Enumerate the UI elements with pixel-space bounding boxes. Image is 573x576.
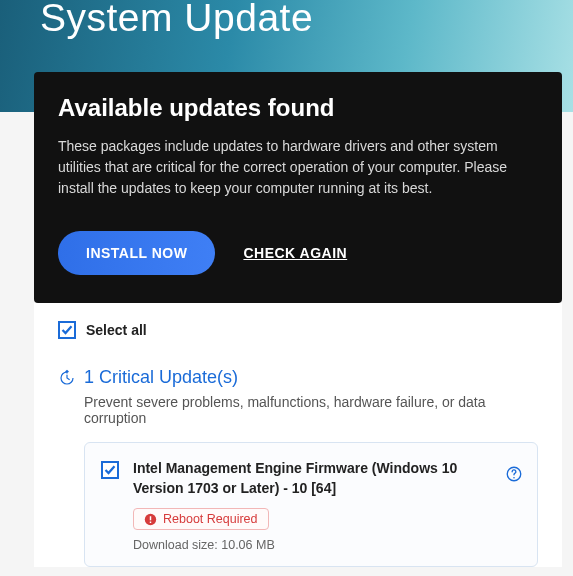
install-now-button[interactable]: INSTALL NOW [58,231,215,275]
svg-rect-1 [150,516,151,520]
alert-icon [144,513,157,526]
check-icon [104,464,116,476]
select-all-row: Select all [58,321,538,339]
card-actions: INSTALL NOW CHECK AGAIN [58,231,538,275]
svg-rect-2 [150,521,151,522]
download-size-label: Download size: 10.06 MB [133,538,521,552]
check-again-link[interactable]: CHECK AGAIN [243,245,347,261]
update-item-body: Intel Management Engine Firmware (Window… [133,459,521,552]
critical-section-title: 1 Critical Update(s) [84,367,238,388]
select-all-label: Select all [86,322,147,338]
updates-list: Select all 1 Critical Update(s) Prevent … [34,303,562,567]
update-item-title: Intel Management Engine Firmware (Window… [133,459,521,498]
critical-section-description: Prevent severe problems, malfunctions, h… [84,394,538,426]
update-item-checkbox[interactable] [101,461,119,479]
select-all-checkbox[interactable] [58,321,76,339]
updates-card: Available updates found These packages i… [34,72,562,303]
refresh-clock-icon [58,369,76,387]
card-title: Available updates found [58,94,538,122]
update-item: Intel Management Engine Firmware (Window… [84,442,538,567]
reboot-required-badge: Reboot Required [133,508,269,530]
page-title: System Update [40,0,573,37]
card-description: These packages include updates to hardwa… [58,136,528,199]
help-icon[interactable] [505,465,523,483]
check-icon [61,324,73,336]
critical-section-header: 1 Critical Update(s) [58,367,538,388]
svg-point-4 [513,477,515,479]
reboot-required-label: Reboot Required [163,512,258,526]
